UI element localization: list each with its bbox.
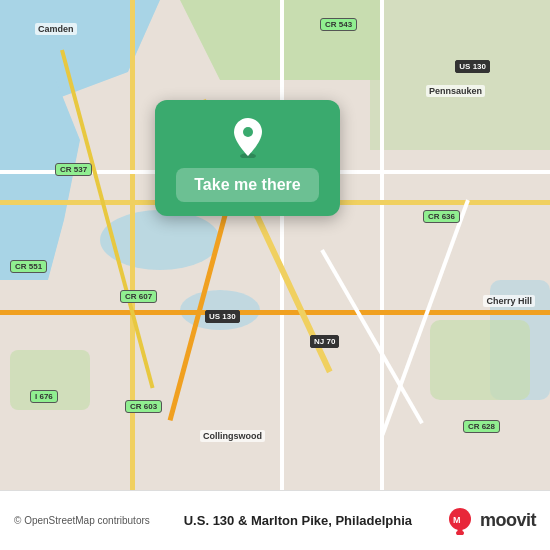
moovit-text: moovit — [480, 510, 536, 531]
bottom-bar: © OpenStreetMap contributors U.S. 130 & … — [0, 490, 550, 550]
moovit-logo: M moovit — [446, 507, 536, 535]
location-title: U.S. 130 & Marlton Pike, Philadelphia — [150, 513, 446, 528]
svg-text:M: M — [453, 515, 461, 525]
map-attribution: © OpenStreetMap contributors — [14, 515, 150, 526]
green-area — [370, 0, 550, 150]
road-label-cr603-left: CR 603 — [125, 400, 162, 413]
place-label-pennsauken: Pennsauken — [426, 85, 485, 97]
map-area: CR 543 CR 60 US 130 CR 537 CR 636 CR 551… — [0, 0, 550, 490]
place-label-camden: Camden — [35, 23, 77, 35]
svg-point-3 — [456, 530, 464, 535]
road-label-us130-top: US 130 — [455, 60, 490, 73]
road-label-nj70: NJ 70 — [310, 335, 339, 348]
moovit-icon: M — [446, 507, 474, 535]
location-pin-icon — [230, 116, 266, 158]
take-me-there-button[interactable]: Take me there — [176, 168, 318, 202]
road-label-cr537: CR 537 — [55, 163, 92, 176]
road-vertical — [280, 0, 284, 490]
road-label-cr543: CR 543 — [320, 18, 357, 31]
road-label-cr628: CR 628 — [463, 420, 500, 433]
location-popup: Take me there — [155, 100, 340, 216]
place-label-collingswood: Collingswood — [200, 430, 265, 442]
road-label-us130-mid: US 130 — [205, 310, 240, 323]
place-label-cherry-hill: Cherry Hill — [483, 295, 535, 307]
road-label-cr636: CR 636 — [423, 210, 460, 223]
green-area — [430, 320, 530, 400]
road-vertical — [380, 0, 384, 490]
road-horizontal — [0, 310, 550, 315]
road-label-cr551: CR 551 — [10, 260, 47, 273]
road-label-i676: I 676 — [30, 390, 58, 403]
road-label-cr607: CR 607 — [120, 290, 157, 303]
road-vertical — [130, 0, 135, 490]
svg-point-1 — [243, 127, 253, 137]
